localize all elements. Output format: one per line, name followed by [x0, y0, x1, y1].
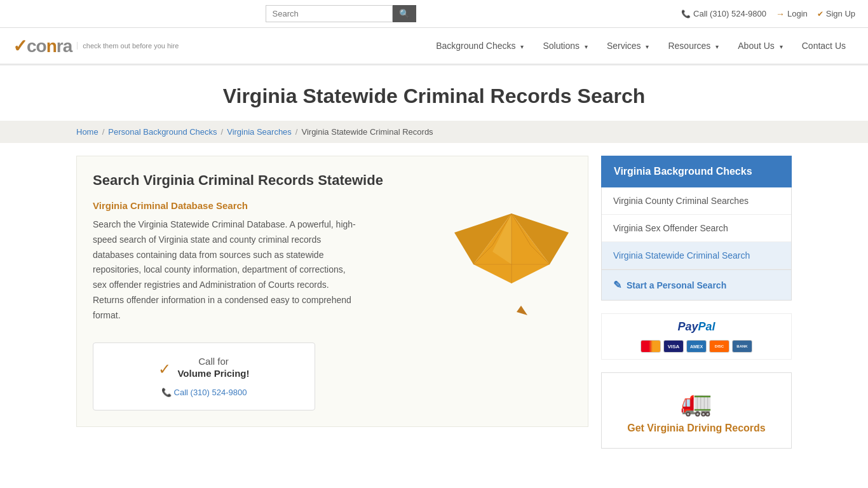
search-input[interactable]	[266, 5, 393, 22]
driving-title: Get Virginia Driving Records	[627, 423, 766, 434]
phone-icon	[681, 9, 691, 18]
discover-icon: DISC	[709, 340, 729, 353]
search-icon: 🔍	[399, 9, 410, 18]
top-bar: 🔍 Call (310) 524-9800 Login Sign Up	[0, 0, 868, 28]
paypal-text: PayPal	[677, 320, 715, 334]
card-icons: MC VISA AMEX DISC BANK	[641, 340, 752, 353]
search-button[interactable]: 🔍	[393, 5, 416, 22]
paypal-section: PayPal MC VISA AMEX DISC BANK	[601, 313, 792, 360]
breadcrumb: Home / Personal Background Checks / Virg…	[0, 121, 868, 143]
breadcrumb-sep-3: /	[295, 127, 298, 137]
mastercard-icon: MC	[641, 340, 661, 353]
nav-label: Resources	[668, 41, 710, 51]
crane-image	[448, 182, 575, 322]
right-sidebar: Virginia Background Checks Virginia Coun…	[601, 156, 792, 449]
nav-item-resources: Resources ▾	[658, 28, 728, 64]
breadcrumb-personal[interactable]: Personal Background Checks	[108, 127, 217, 137]
chevron-down-icon: ▾	[715, 43, 719, 50]
phone-link[interactable]: Call (310) 524-9800	[681, 9, 766, 18]
paypal-logo: PayPal MC VISA AMEX DISC BANK	[608, 320, 785, 353]
login-link[interactable]: Login	[776, 9, 808, 19]
svg-marker-8	[517, 306, 527, 315]
call-logo-icon: ✓	[158, 360, 171, 378]
logo-tagline: check them out before you hire	[77, 42, 179, 50]
svg-marker-4	[499, 283, 512, 309]
sidebar-link-statewide[interactable]: Virginia Statewide Criminal Search	[602, 242, 791, 269]
nav-item-background-checks: Background Checks ▾	[426, 28, 533, 64]
breadcrumb-sep-1: /	[102, 127, 105, 137]
call-box: ✓ Call for Volume Pricing! 📞 Call (310) …	[93, 342, 315, 410]
chevron-down-icon: ▾	[780, 43, 783, 50]
call-for-label: Call for	[177, 356, 249, 367]
nav-link-resources[interactable]: Resources ▾	[658, 28, 728, 64]
breadcrumb-virginia[interactable]: Virginia Searches	[227, 127, 292, 137]
driving-section: 🚛 Get Virginia Driving Records	[601, 372, 792, 449]
login-icon	[776, 9, 785, 19]
left-panel: Search Virginia Criminal Records Statewi…	[76, 156, 588, 427]
signup-label: Sign Up	[826, 9, 855, 18]
nav-link-about[interactable]: About Us ▾	[728, 28, 792, 64]
page-title-section: Virginia Statewide Criminal Records Sear…	[0, 65, 868, 121]
chevron-down-icon: ▾	[585, 43, 588, 50]
main-body-text: Search the Virginia Statewide Criminal D…	[93, 217, 360, 323]
breadcrumb-sep-2: /	[221, 127, 224, 137]
sidebar-links: Virginia County Criminal Searches Virgin…	[601, 187, 792, 270]
call-box-phone[interactable]: 📞 Call (310) 524-9800	[161, 388, 247, 397]
main-content: Search Virginia Criminal Records Statewi…	[0, 143, 868, 461]
breadcrumb-home[interactable]: Home	[76, 127, 98, 137]
nav-label: Contact Us	[802, 41, 846, 51]
nav-link-services[interactable]: Services ▾	[597, 28, 659, 64]
amex-icon: AMEX	[686, 340, 707, 353]
phone-icon-small: 📞	[161, 388, 172, 397]
sidebar-link-county[interactable]: Virginia County Criminal Searches	[602, 187, 791, 215]
nav-label: Background Checks	[436, 41, 515, 51]
nav-item-solutions: Solutions ▾	[533, 28, 597, 64]
svg-marker-3	[512, 283, 524, 309]
logo[interactable]: ✓conra check them out before you hire	[13, 29, 179, 63]
signup-link[interactable]: Sign Up	[817, 9, 855, 18]
nav-link-contact[interactable]: Contact Us	[792, 28, 855, 64]
nav-item-services: Services ▾	[597, 28, 659, 64]
bank-icon: BANK	[732, 340, 752, 353]
nav-link-solutions[interactable]: Solutions ▾	[533, 28, 597, 64]
volume-pricing-label: Volume Pricing!	[177, 368, 249, 379]
sidebar-action-button[interactable]: ✎ Start a Personal Search	[601, 270, 792, 301]
truck-icon: 🚛	[681, 388, 712, 417]
breadcrumb-current: Virginia Statewide Criminal Records	[301, 127, 433, 137]
chevron-down-icon: ▾	[646, 43, 649, 50]
nav-item-about: About Us ▾	[728, 28, 792, 64]
signup-icon	[817, 9, 824, 18]
nav-label: About Us	[738, 41, 775, 51]
top-links: Call (310) 524-9800 Login Sign Up	[681, 9, 855, 19]
search-wrapper: 🔍	[266, 5, 416, 22]
nav-label: Services	[607, 41, 641, 51]
logo-text: ✓conra	[13, 36, 72, 57]
personal-search-icon: ✎	[613, 279, 621, 291]
nav-menu: Background Checks ▾ Solutions ▾ Services…	[426, 28, 855, 64]
chevron-down-icon: ▾	[520, 43, 524, 50]
login-label: Login	[787, 9, 808, 18]
sidebar-header: Virginia Background Checks	[601, 156, 792, 187]
phone-label: Call (310) 524-9800	[693, 9, 766, 18]
sidebar-link-sex-offender[interactable]: Virginia Sex Offender Search	[602, 215, 791, 242]
sidebar-action-label: Start a Personal Search	[627, 280, 726, 290]
page-title: Virginia Statewide Criminal Records Sear…	[13, 85, 855, 108]
nav-link-background-checks[interactable]: Background Checks ▾	[426, 28, 533, 64]
nav-item-contact: Contact Us	[792, 28, 855, 64]
visa-icon: VISA	[663, 340, 684, 353]
navbar: ✓conra check them out before you hire Ba…	[0, 28, 868, 65]
nav-label: Solutions	[543, 41, 580, 51]
